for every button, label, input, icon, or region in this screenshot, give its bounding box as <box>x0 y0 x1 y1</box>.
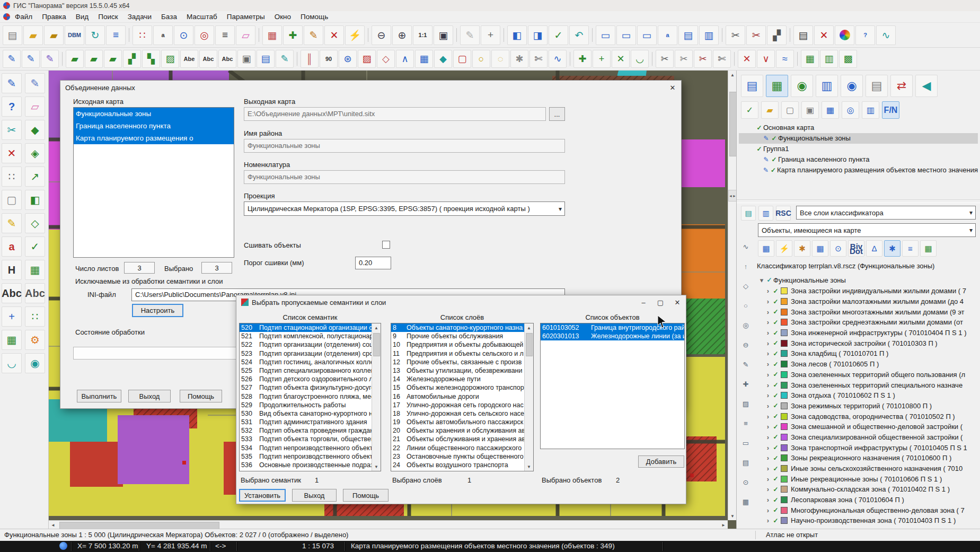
expander-icon[interactable] <box>764 423 772 431</box>
node-delete-icon[interactable]: ✕ <box>612 50 630 68</box>
list-item[interactable]: 10 Предприятия и объекты добывающей <box>391 340 524 349</box>
peaks-tool-icon[interactable]: ∧ <box>396 50 414 68</box>
check-icon[interactable] <box>772 339 780 347</box>
grid-small-icon[interactable]: ▦ <box>25 260 45 280</box>
menu-item[interactable]: База <box>156 12 182 22</box>
color-settings-icon[interactable] <box>835 25 854 45</box>
route-graph-icon[interactable]: ∆ <box>866 240 882 257</box>
menu-item[interactable]: Задачи <box>123 12 156 22</box>
menu-item[interactable]: Окно <box>270 12 296 22</box>
zoom-out-icon[interactable]: ⊖ <box>372 25 391 45</box>
scroll-down-icon[interactable] <box>525 462 533 471</box>
check-icon[interactable] <box>772 413 780 420</box>
menu-item[interactable]: Правка <box>37 12 71 22</box>
map-vertical-scrollbar[interactable] <box>728 71 736 520</box>
list-item[interactable]: 529 Продолжительность работы <box>240 401 372 409</box>
find-by-name-icon[interactable]: a <box>153 25 173 45</box>
expander-icon[interactable] <box>764 308 772 316</box>
eraser-icon[interactable]: ▱ <box>25 97 45 117</box>
text-abc-2-icon[interactable]: Abc <box>25 283 45 303</box>
cut-area-icon[interactable]: ✄ <box>713 50 731 68</box>
list-item[interactable]: 525 Подтип специализированного коллек <box>240 366 372 375</box>
list-item[interactable]: 20 Объекты хранения и обслуживания ав <box>391 426 524 435</box>
classifier-zone-item[interactable]: Зона застройки индивидуальными жилыми до… <box>764 286 980 296</box>
list-item[interactable]: 531 Подтип административного здания <box>240 418 372 426</box>
ellipse-rotated-icon[interactable]: ◌ <box>491 50 509 68</box>
classifier-zone-item[interactable]: Зона отдыха ( 701010602 П S 1 ) <box>764 390 980 401</box>
check-icon[interactable] <box>772 392 780 399</box>
list-item[interactable]: 530 Вид объекта санаторно-курортного на <box>240 409 372 418</box>
edit-line-icon[interactable]: ✎ <box>2 73 22 93</box>
settings-gear-icon[interactable]: ⚙ <box>25 330 45 350</box>
help-button[interactable]: Помощь <box>180 390 222 402</box>
toolbar-icon[interactable] <box>127 27 131 43</box>
sum-table-icon[interactable]: ▥ <box>862 101 879 119</box>
output-map-field[interactable]: E:\Объединение данных\МРТ\united.sitx <box>244 107 546 121</box>
configure-button[interactable]: Настроить <box>132 304 183 317</box>
add-sheet-icon[interactable]: ▢ <box>781 101 799 119</box>
list-item[interactable]: 533 Подтип объекта торговли, обществен <box>240 435 372 443</box>
pencil-yellow-icon[interactable]: ✎ <box>2 213 22 233</box>
wave-tool-icon[interactable]: ∿ <box>549 50 567 68</box>
hatch-area-red-icon[interactable]: ▨ <box>358 50 376 68</box>
expander-icon[interactable] <box>764 287 772 295</box>
hatch-horizontal-icon[interactable]: ▰ <box>66 50 84 68</box>
check-icon[interactable] <box>772 475 780 483</box>
list-item[interactable]: 17 Улично-дорожная сеть городского нас <box>391 401 524 409</box>
layers-listbox[interactable]: 8 Объекты санаторно-курортного назна 9 П… <box>391 323 534 471</box>
open-map-icon[interactable]: ▰ <box>23 25 43 45</box>
globe-small-icon[interactable]: ◉ <box>25 353 45 373</box>
ellipse-tool-icon[interactable]: ○ <box>472 50 490 68</box>
classifier-zone-item[interactable]: Лесопарковая зона ( 701010604 П ) <box>764 495 980 505</box>
select-region-icon[interactable]: ▱ <box>236 25 255 45</box>
list-item[interactable]: 8 Объекты санаторно-курортного назна <box>391 323 524 332</box>
graphic-mode-icon[interactable]: ⚡ <box>776 240 792 257</box>
undo-action-icon[interactable]: ↶ <box>569 25 589 45</box>
rsc-badge-icon[interactable]: RSC <box>776 206 791 221</box>
apply-changes-icon[interactable]: ✓ <box>549 25 568 45</box>
list-item[interactable]: 22 Линии общественного пассажирского <box>391 444 524 452</box>
check-icon[interactable] <box>772 454 780 462</box>
map-horizontal-scrollbar[interactable] <box>49 520 728 529</box>
help-button[interactable]: Помощь <box>343 489 389 502</box>
wand-select-icon[interactable]: ✱ <box>794 240 810 257</box>
grid-icon[interactable]: ▦ <box>739 495 752 508</box>
context-help-icon[interactable]: ? <box>855 25 875 45</box>
list-item[interactable]: 532 Подтип объекта проведения граждан <box>240 426 372 435</box>
map-document-icon[interactable]: ▤ <box>866 75 888 97</box>
map-objects-combo[interactable]: Объекты, имеющиеся на карте <box>758 223 976 237</box>
expander-icon[interactable] <box>764 433 772 441</box>
split-object-icon[interactable]: ✕ <box>738 50 756 68</box>
projection-select[interactable]: Цилиндрическая Меркатора (1SP, EPSG:3395… <box>244 201 565 216</box>
classifier-zone-item[interactable]: Многофункциональная общественно-деловая … <box>764 505 980 515</box>
sheet-props-icon[interactable]: ▣ <box>801 101 819 119</box>
close-icon[interactable] <box>664 81 681 94</box>
toolbar-icon[interactable] <box>454 27 459 43</box>
text-underline-icon[interactable]: Abc <box>199 50 217 68</box>
pencil-icon[interactable]: ✎ <box>762 133 770 144</box>
check-icon[interactable] <box>772 465 780 472</box>
scroll-right-icon[interactable] <box>719 521 728 529</box>
list-item[interactable]: 528 Подтип благоустроенного пляжа, мес <box>240 392 372 401</box>
expander-icon[interactable] <box>764 371 772 379</box>
list-item[interactable]: 12 Прочие объекты, связанные с произв <box>391 358 524 366</box>
minus-circle-icon[interactable]: ⊖ <box>739 338 752 351</box>
list-item[interactable]: Граница населенного пункта <box>74 120 234 132</box>
list-item[interactable]: 14 Железнодорожные пути <box>391 375 524 383</box>
scroll-thumb[interactable] <box>526 333 533 356</box>
classifier-layers-combo[interactable]: Все слои классификатора <box>796 206 976 220</box>
menu-item[interactable]: Поиск <box>93 12 122 22</box>
layer-check-list-icon[interactable]: ✓ <box>741 101 758 119</box>
list-view-icon[interactable]: ≡ <box>902 240 919 257</box>
draw-polyline-icon[interactable]: ✎ <box>22 50 40 68</box>
new-document-icon[interactable]: ▤ <box>3 25 22 45</box>
expander-icon[interactable] <box>764 465 772 472</box>
nomenclature-field[interactable]: Функциональные зоны <box>244 170 565 184</box>
node-close-icon[interactable]: ◡ <box>631 50 649 68</box>
list-item[interactable]: 21 Объекты обслуживания и хранения ав <box>391 435 524 443</box>
check-icon[interactable] <box>772 298 780 305</box>
edit-object-icon[interactable]: ✎ <box>304 25 323 45</box>
check-icon[interactable] <box>755 122 763 133</box>
toolbar-icon[interactable] <box>501 27 506 43</box>
classifier-zone-item[interactable]: Иные зоны сельскохозяйственного назначен… <box>764 463 980 474</box>
